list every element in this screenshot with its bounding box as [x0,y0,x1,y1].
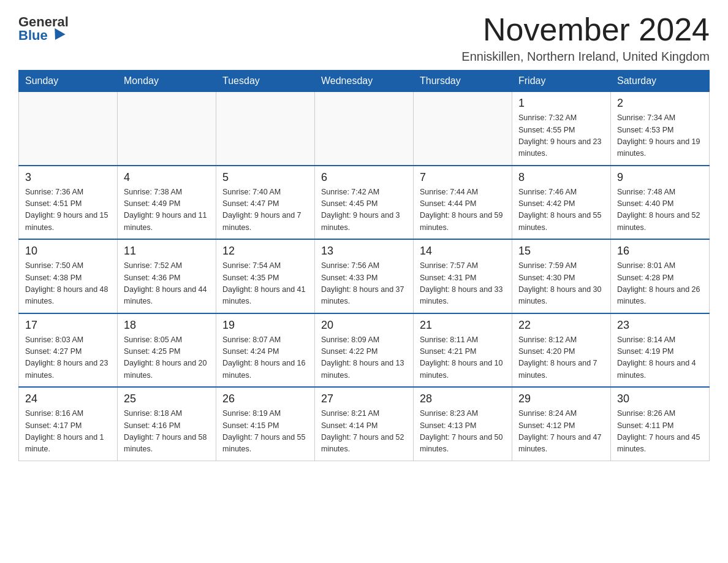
calendar-cell: 9Sunrise: 7:48 AMSunset: 4:40 PMDaylight… [611,166,710,240]
day-number: 6 [321,171,407,184]
logo-general-text: General [18,15,69,29]
day-info: Sunrise: 7:54 AMSunset: 4:35 PMDaylight:… [222,260,308,308]
day-info: Sunrise: 7:36 AMSunset: 4:51 PMDaylight:… [25,186,111,234]
day-number: 9 [617,171,703,184]
day-info: Sunrise: 7:50 AMSunset: 4:38 PMDaylight:… [25,260,111,308]
calendar-cell: 11Sunrise: 7:52 AMSunset: 4:36 PMDayligh… [118,239,216,313]
calendar-cell: 25Sunrise: 8:18 AMSunset: 4:16 PMDayligh… [118,387,216,461]
day-number: 24 [25,393,111,405]
calendar-cell: 17Sunrise: 8:03 AMSunset: 4:27 PMDayligh… [19,313,118,388]
logo-blue-text: Blue [18,29,64,42]
day-info: Sunrise: 8:24 AMSunset: 4:12 PMDaylight:… [518,408,604,456]
calendar-cell: 30Sunrise: 8:26 AMSunset: 4:11 PMDayligh… [611,387,710,461]
day-number: 16 [617,245,703,258]
calendar-cell: 10Sunrise: 7:50 AMSunset: 4:38 PMDayligh… [19,239,118,313]
day-info: Sunrise: 8:03 AMSunset: 4:27 PMDaylight:… [25,334,111,382]
calendar-cell: 16Sunrise: 8:01 AMSunset: 4:28 PMDayligh… [611,239,710,313]
calendar-cell: 23Sunrise: 8:14 AMSunset: 4:19 PMDayligh… [611,313,710,388]
weekday-header-sunday: Sunday [19,71,118,92]
day-number: 14 [420,245,506,258]
day-info: Sunrise: 8:26 AMSunset: 4:11 PMDaylight:… [617,408,703,456]
calendar-cell: 6Sunrise: 7:42 AMSunset: 4:45 PMDaylight… [315,166,414,240]
calendar-week-row: 17Sunrise: 8:03 AMSunset: 4:27 PMDayligh… [19,313,710,388]
day-info: Sunrise: 7:42 AMSunset: 4:45 PMDaylight:… [321,186,407,234]
day-number: 13 [321,245,407,258]
day-number: 27 [321,393,407,405]
weekday-header-wednesday: Wednesday [315,71,414,92]
logo: General Blue [18,12,69,42]
day-number: 12 [222,245,308,258]
day-number: 20 [321,319,407,332]
title-area: November 2024 Enniskillen, Northern Irel… [461,12,710,64]
weekday-header-friday: Friday [512,71,611,92]
day-number: 19 [222,319,308,332]
header: General Blue November 2024 Enniskillen, … [18,12,710,64]
day-info: Sunrise: 7:57 AMSunset: 4:31 PMDaylight:… [420,260,506,308]
calendar-week-row: 24Sunrise: 8:16 AMSunset: 4:17 PMDayligh… [19,387,710,461]
day-info: Sunrise: 7:44 AMSunset: 4:44 PMDaylight:… [420,186,506,234]
day-info: Sunrise: 8:23 AMSunset: 4:13 PMDaylight:… [420,408,506,456]
calendar-cell: 19Sunrise: 8:07 AMSunset: 4:24 PMDayligh… [216,313,315,388]
calendar-cell: 18Sunrise: 8:05 AMSunset: 4:25 PMDayligh… [118,313,216,388]
day-number: 3 [25,171,111,184]
calendar-cell: 21Sunrise: 8:11 AMSunset: 4:21 PMDayligh… [414,313,512,388]
weekday-header-thursday: Thursday [414,71,512,92]
calendar-cell: 3Sunrise: 7:36 AMSunset: 4:51 PMDaylight… [19,166,118,240]
day-number: 8 [518,171,604,184]
calendar-cell: 24Sunrise: 8:16 AMSunset: 4:17 PMDayligh… [19,387,118,461]
location-text: Enniskillen, Northern Ireland, United Ki… [461,50,710,64]
day-info: Sunrise: 7:38 AMSunset: 4:49 PMDaylight:… [124,186,210,234]
calendar-cell [19,92,118,166]
weekday-header-saturday: Saturday [611,71,710,92]
day-number: 29 [518,393,604,405]
day-number: 22 [518,319,604,332]
day-info: Sunrise: 8:09 AMSunset: 4:22 PMDaylight:… [321,334,407,382]
weekday-header-tuesday: Tuesday [216,71,315,92]
day-number: 15 [518,245,604,258]
calendar-cell: 1Sunrise: 7:32 AMSunset: 4:55 PMDaylight… [512,92,611,166]
calendar-cell: 20Sunrise: 8:09 AMSunset: 4:22 PMDayligh… [315,313,414,388]
day-info: Sunrise: 8:11 AMSunset: 4:21 PMDaylight:… [420,334,506,382]
day-info: Sunrise: 7:32 AMSunset: 4:55 PMDaylight:… [518,112,604,160]
day-info: Sunrise: 8:14 AMSunset: 4:19 PMDaylight:… [617,334,703,382]
calendar-cell: 26Sunrise: 8:19 AMSunset: 4:15 PMDayligh… [216,387,315,461]
day-info: Sunrise: 8:01 AMSunset: 4:28 PMDaylight:… [617,260,703,308]
calendar-cell: 2Sunrise: 7:34 AMSunset: 4:53 PMDaylight… [611,92,710,166]
day-number: 1 [518,97,604,110]
day-number: 17 [25,319,111,332]
calendar-week-row: 3Sunrise: 7:36 AMSunset: 4:51 PMDaylight… [19,166,710,240]
calendar-cell: 22Sunrise: 8:12 AMSunset: 4:20 PMDayligh… [512,313,611,388]
calendar-cell [414,92,512,166]
day-info: Sunrise: 7:59 AMSunset: 4:30 PMDaylight:… [518,260,604,308]
day-info: Sunrise: 8:16 AMSunset: 4:17 PMDaylight:… [25,408,111,456]
calendar-cell [315,92,414,166]
calendar-week-row: 10Sunrise: 7:50 AMSunset: 4:38 PMDayligh… [19,239,710,313]
day-number: 11 [124,245,210,258]
calendar-week-row: 1Sunrise: 7:32 AMSunset: 4:55 PMDaylight… [19,92,710,166]
calendar-cell [216,92,315,166]
day-info: Sunrise: 7:46 AMSunset: 4:42 PMDaylight:… [518,186,604,234]
calendar-cell: 13Sunrise: 7:56 AMSunset: 4:33 PMDayligh… [315,239,414,313]
calendar-cell: 29Sunrise: 8:24 AMSunset: 4:12 PMDayligh… [512,387,611,461]
month-title: November 2024 [461,12,710,47]
calendar-cell: 15Sunrise: 7:59 AMSunset: 4:30 PMDayligh… [512,239,611,313]
day-number: 23 [617,319,703,332]
calendar-cell: 8Sunrise: 7:46 AMSunset: 4:42 PMDaylight… [512,166,611,240]
day-number: 5 [222,171,308,184]
logo-triangle-icon [50,28,65,43]
day-info: Sunrise: 8:12 AMSunset: 4:20 PMDaylight:… [518,334,604,382]
day-info: Sunrise: 7:40 AMSunset: 4:47 PMDaylight:… [222,186,308,234]
day-info: Sunrise: 7:52 AMSunset: 4:36 PMDaylight:… [124,260,210,308]
calendar-cell: 7Sunrise: 7:44 AMSunset: 4:44 PMDaylight… [414,166,512,240]
calendar-cell: 28Sunrise: 8:23 AMSunset: 4:13 PMDayligh… [414,387,512,461]
day-number: 26 [222,393,308,405]
day-number: 25 [124,393,210,405]
calendar-cell: 5Sunrise: 7:40 AMSunset: 4:47 PMDaylight… [216,166,315,240]
weekday-header-row: SundayMondayTuesdayWednesdayThursdayFrid… [19,71,710,92]
day-info: Sunrise: 8:18 AMSunset: 4:16 PMDaylight:… [124,408,210,456]
day-info: Sunrise: 8:07 AMSunset: 4:24 PMDaylight:… [222,334,308,382]
day-info: Sunrise: 7:56 AMSunset: 4:33 PMDaylight:… [321,260,407,308]
day-info: Sunrise: 7:48 AMSunset: 4:40 PMDaylight:… [617,186,703,234]
calendar-cell: 27Sunrise: 8:21 AMSunset: 4:14 PMDayligh… [315,387,414,461]
day-number: 30 [617,393,703,405]
